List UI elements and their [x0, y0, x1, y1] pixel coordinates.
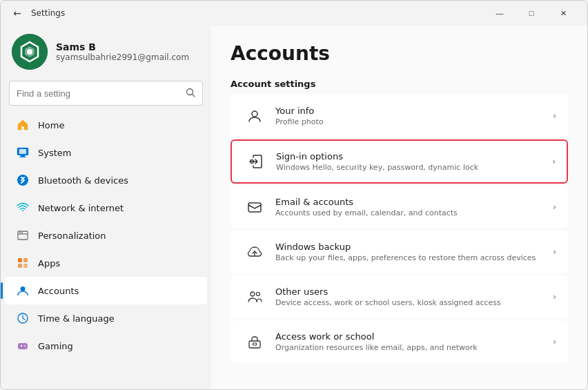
sign-in-chevron: › [552, 157, 556, 166]
work-school-icon [242, 329, 267, 354]
settings-item-sign-in[interactable]: Sign-in options Windows Hello, security … [231, 139, 568, 184]
svg-point-10 [19, 232, 21, 233]
accounts-icon [16, 284, 30, 298]
search-box[interactable] [9, 81, 203, 106]
search-input[interactable] [17, 88, 182, 99]
close-button[interactable]: ✕ [547, 1, 579, 26]
sign-in-text: Sign-in options Windows Hello, security … [276, 151, 547, 172]
work-school-desc: Organization resources like email, apps,… [275, 343, 547, 352]
sidebar-item-home-label: Home [38, 120, 64, 130]
sidebar-item-bluetooth-label: Bluetooth & devices [38, 175, 128, 186]
sidebar-item-network[interactable]: Network & internet [5, 194, 207, 222]
sidebar-item-system-label: System [38, 148, 71, 158]
email-icon [242, 195, 267, 220]
sign-in-desc: Windows Hello, security key, password, d… [276, 163, 547, 172]
svg-rect-7 [19, 157, 26, 157]
backup-desc: Back up your files, apps, preferences to… [275, 253, 547, 262]
work-school-chevron: › [553, 337, 556, 347]
svg-rect-28 [249, 341, 260, 348]
avatar [12, 34, 48, 70]
settings-item-your-info[interactable]: Your info Profile photo › [231, 95, 568, 137]
apps-icon [16, 256, 30, 270]
user-name: Sams B [56, 41, 189, 52]
sidebar-item-apps[interactable]: Apps [5, 249, 207, 277]
sidebar-item-accounts[interactable]: Accounts [5, 277, 207, 304]
sidebar-item-time-label: Time & language [38, 313, 115, 324]
settings-item-work-school[interactable]: Access work or school Organization resou… [231, 320, 568, 363]
user-profile[interactable]: Sams B syamsulbahrie2991@gmail.com [1, 26, 211, 81]
backup-text: Windows backup Back up your files, apps,… [275, 242, 547, 262]
email-chevron: › [553, 202, 556, 212]
svg-point-26 [251, 292, 255, 296]
other-users-icon [242, 284, 267, 309]
search-icon [186, 88, 195, 99]
other-users-chevron: › [553, 292, 556, 302]
svg-rect-13 [23, 258, 28, 262]
section-label: Account settings [231, 79, 568, 89]
backup-chevron: › [553, 247, 556, 257]
minimize-button[interactable]: — [484, 1, 516, 26]
email-text: Email & accounts Accounts used by email,… [275, 197, 547, 217]
settings-item-backup[interactable]: Windows backup Back up your files, apps,… [231, 231, 568, 273]
sidebar-item-system[interactable]: System [5, 139, 207, 166]
content-area: Accounts Account settings Your info Prof… [211, 26, 587, 389]
svg-point-16 [21, 286, 26, 291]
sidebar-item-gaming[interactable]: Gaming [5, 332, 207, 360]
svg-rect-29 [253, 343, 257, 345]
system-icon [16, 146, 30, 159]
search-container [1, 81, 211, 111]
sidebar-item-personalization-label: Personalization [38, 231, 106, 241]
sidebar-item-apps-label: Apps [38, 258, 60, 269]
your-info-icon [242, 104, 267, 128]
svg-point-23 [252, 111, 257, 117]
page-title: Accounts [231, 42, 568, 65]
backup-title: Windows backup [275, 242, 547, 252]
user-email: syamsulbahrie2991@gmail.com [56, 52, 189, 62]
sidebar-item-gaming-label: Gaming [38, 341, 73, 351]
email-desc: Accounts used by email, calendar, and co… [275, 208, 547, 217]
maximize-button[interactable]: □ [516, 1, 547, 26]
svg-point-27 [257, 293, 260, 296]
work-school-title: Access work or school [275, 331, 547, 342]
svg-point-1 [27, 49, 32, 55]
sidebar-item-personalization[interactable]: Personalization [5, 222, 207, 249]
window-controls: — □ ✕ [484, 1, 579, 26]
sidebar-item-home[interactable]: Home [5, 111, 207, 139]
svg-rect-18 [18, 343, 28, 349]
network-icon [16, 201, 30, 215]
sidebar-item-network-label: Network & internet [38, 203, 124, 213]
work-school-text: Access work or school Organization resou… [275, 331, 547, 352]
settings-list: Your info Profile photo › [231, 95, 568, 363]
settings-item-other-users[interactable]: Other users Device access, work or schoo… [231, 275, 568, 318]
your-info-desc: Profile photo [275, 117, 547, 126]
your-info-text: Your info Profile photo [275, 106, 547, 126]
svg-point-21 [24, 345, 26, 347]
home-icon [16, 118, 30, 132]
other-users-title: Other users [275, 286, 547, 297]
svg-point-8 [17, 175, 28, 186]
sidebar-item-time[interactable]: Time & language [5, 304, 207, 332]
window-title: Settings [31, 8, 484, 18]
backup-icon [242, 240, 267, 264]
main-layout: Sams B syamsulbahrie2991@gmail.com [1, 26, 587, 389]
your-info-title: Your info [275, 106, 547, 116]
your-info-chevron: › [553, 111, 556, 121]
gaming-icon [16, 339, 30, 353]
back-button[interactable]: ← [9, 5, 26, 21]
other-users-desc: Device access, work or school users, kio… [275, 298, 547, 307]
settings-item-email[interactable]: Email & accounts Accounts used by email,… [231, 186, 568, 228]
settings-window: ← Settings — □ ✕ [0, 0, 588, 390]
email-title: Email & accounts [275, 197, 547, 207]
sidebar-item-accounts-label: Accounts [38, 286, 79, 296]
sidebar: Sams B syamsulbahrie2991@gmail.com [1, 26, 211, 389]
svg-rect-6 [21, 155, 25, 157]
svg-point-22 [25, 346, 26, 347]
svg-rect-12 [18, 258, 22, 262]
titlebar: ← Settings — □ ✕ [1, 1, 587, 26]
svg-rect-15 [23, 264, 28, 268]
bluetooth-icon [16, 173, 30, 187]
svg-rect-20 [21, 345, 22, 347]
sidebar-item-bluetooth[interactable]: Bluetooth & devices [5, 166, 207, 194]
time-icon [16, 311, 30, 325]
svg-line-3 [193, 94, 195, 97]
